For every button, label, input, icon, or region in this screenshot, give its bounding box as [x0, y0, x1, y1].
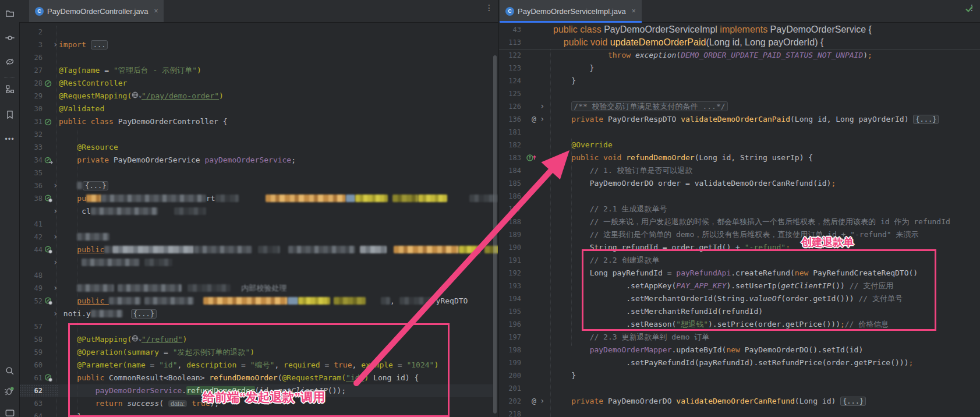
- sticky-lines-header[interactable]: 43public class PayDemoOrderServiceImpl i…: [499, 22, 980, 50]
- line-number[interactable]: 194: [501, 292, 521, 305]
- tab-close-icon[interactable]: [632, 7, 636, 15]
- fold-chevron-icon[interactable]: ›: [53, 231, 58, 243]
- code-line[interactable]: // 2.1 生成退款单号: [553, 203, 667, 215]
- code-line[interactable]: private PayDemoOrderDO validateDemoOrder…: [553, 395, 866, 408]
- line-number[interactable]: 27: [24, 64, 43, 77]
- scrollbar-thumb-left[interactable]: [493, 55, 497, 414]
- code-line[interactable]: }: [553, 75, 576, 87]
- line-number[interactable]: 42: [24, 231, 43, 243]
- line-number[interactable]: 191: [501, 254, 521, 267]
- line-number[interactable]: 3: [24, 38, 43, 51]
- code-line[interactable]: [59, 231, 109, 243]
- fold-chevron-icon[interactable]: ›: [53, 256, 58, 269]
- code-line[interactable]: {...}: [59, 179, 108, 192]
- line-number[interactable]: 62: [24, 384, 43, 397]
- line-number[interactable]: 181: [501, 126, 521, 139]
- line-number[interactable]: 218: [501, 408, 521, 417]
- line-number[interactable]: 34: [24, 154, 43, 167]
- line-number[interactable]: 186: [501, 190, 521, 203]
- line-number[interactable]: 36: [24, 179, 43, 192]
- line-number[interactable]: [24, 205, 43, 218]
- line-number[interactable]: 33: [24, 141, 43, 154]
- line-number[interactable]: 123: [501, 62, 521, 75]
- fold-chevron-icon[interactable]: ›: [53, 205, 58, 218]
- code-line[interactable]: throw exception(DEMO_ORDER_UPDATE_PAID_S…: [553, 49, 872, 62]
- line-number[interactable]: 31: [24, 115, 43, 128]
- line-number[interactable]: 197: [501, 331, 521, 344]
- line-number[interactable]: [24, 308, 43, 320]
- line-number[interactable]: 2: [24, 26, 43, 38]
- code-line[interactable]: @Tag(name = "管理后台 - 示例订单"): [59, 64, 201, 77]
- line-number[interactable]: 38: [24, 192, 43, 205]
- code-line[interactable]: public , fyReqDTO: [59, 295, 468, 308]
- terminal-icon[interactable]: [3, 408, 16, 417]
- code-line[interactable]: import ...: [59, 38, 108, 51]
- line-number[interactable]: 126: [501, 100, 521, 113]
- line-number[interactable]: 182: [501, 139, 521, 151]
- code-line[interactable]: // 2.3 更新退款单到 demo 订单: [553, 331, 709, 344]
- gutter-icon-beanBall[interactable]: [44, 243, 53, 256]
- line-number[interactable]: 192: [501, 267, 521, 280]
- code-line[interactable]: @RequestMapping(˅"/pay/demo-order"): [59, 90, 224, 103]
- code-line[interactable]: public void refundDemoOrder(Long id, Str…: [553, 151, 813, 164]
- code-line[interactable]: // 一般来说，用户发起退款的时候，都会单独插入一个售后维权表，然后使用该表的 …: [553, 215, 950, 228]
- code-line[interactable]: 内部校验处理: [59, 282, 286, 295]
- commit-icon[interactable]: [3, 31, 16, 44]
- line-number[interactable]: 52: [24, 295, 43, 308]
- code-line[interactable]: @Validated: [59, 103, 104, 115]
- search-icon[interactable]: [3, 365, 16, 377]
- line-number[interactable]: 200: [501, 369, 521, 382]
- fold-chevron-icon[interactable]: ›: [540, 113, 544, 126]
- line-number[interactable]: 190: [501, 241, 521, 254]
- line-number[interactable]: 187: [501, 203, 521, 215]
- tab-paydemoorderserviceimpl[interactable]: C PayDemoOrderServiceImpl.java: [500, 0, 642, 22]
- line-number[interactable]: [24, 256, 43, 269]
- code-line[interactable]: .setPayRefundId(payRefundId).setRefundPr…: [553, 356, 913, 369]
- sticky-code-line[interactable]: public class PayDemoOrderServiceImpl imp…: [553, 23, 872, 36]
- line-number[interactable]: 195: [501, 305, 521, 318]
- line-number[interactable]: 60: [24, 359, 43, 372]
- line-number[interactable]: 32: [24, 128, 43, 141]
- sticky-line-number[interactable]: 113: [501, 36, 521, 49]
- line-number[interactable]: 29: [24, 90, 43, 103]
- line-number[interactable]: 184: [501, 164, 521, 177]
- line-number[interactable]: 196: [501, 318, 521, 331]
- line-number[interactable]: 122: [501, 49, 521, 62]
- line-number[interactable]: 35: [24, 167, 43, 179]
- line-number[interactable]: 28: [24, 77, 43, 90]
- bookmarks-icon[interactable]: [3, 108, 16, 121]
- structure-icon[interactable]: [3, 83, 16, 95]
- gutter-icon-beanBall[interactable]: [44, 372, 53, 384]
- code-line[interactable]: public class PayDemoOrderController {: [59, 115, 228, 128]
- line-number[interactable]: 188: [501, 215, 521, 228]
- code-line[interactable]: purt: [59, 192, 498, 205]
- debug-bug-icon[interactable]: [3, 385, 16, 397]
- annotated-gutter-icon[interactable]: @: [532, 395, 536, 408]
- line-number[interactable]: 136: [501, 113, 521, 126]
- code-line[interactable]: [59, 256, 172, 269]
- code-line[interactable]: private PayDemoOrderService payDemoOrder…: [59, 154, 296, 167]
- code-line[interactable]: // 1. 校验订单是否可以退款: [553, 164, 693, 177]
- tab-paydemoordercontroller[interactable]: C PayDemoOrderController.java: [29, 0, 164, 22]
- code-line[interactable]: @RestController: [59, 77, 127, 90]
- code-line[interactable]: @Resource: [59, 141, 118, 154]
- gutter-icon-bean[interactable]: [44, 77, 52, 90]
- gutter-icon-override[interactable]: [526, 151, 537, 164]
- line-number[interactable]: 64: [24, 410, 43, 417]
- project-folder-icon[interactable]: [3, 7, 16, 19]
- code-line[interactable]: // 这里我们是个简单的 demo，所以没有售后维权表，直接使用订单 id + …: [553, 228, 918, 241]
- gutter-icon-beanBall[interactable]: [44, 192, 53, 205]
- code-line[interactable]: payDemoOrderMapper.updateById(new PayDem…: [553, 344, 863, 356]
- line-number[interactable]: 61: [24, 372, 43, 384]
- pull-requests-icon[interactable]: [3, 55, 16, 68]
- code-line[interactable]: public: [59, 243, 498, 256]
- code-line[interactable]: }: [553, 62, 594, 75]
- line-number[interactable]: 185: [501, 177, 521, 190]
- code-line[interactable]: }: [553, 369, 576, 382]
- sticky-line-number[interactable]: 43: [501, 23, 521, 36]
- line-number[interactable]: 30: [24, 103, 43, 115]
- code-line[interactable]: cl: [59, 205, 206, 218]
- line-number[interactable]: 199: [501, 356, 521, 369]
- fold-chevron-icon[interactable]: ›: [540, 395, 544, 408]
- line-number[interactable]: 189: [501, 228, 521, 241]
